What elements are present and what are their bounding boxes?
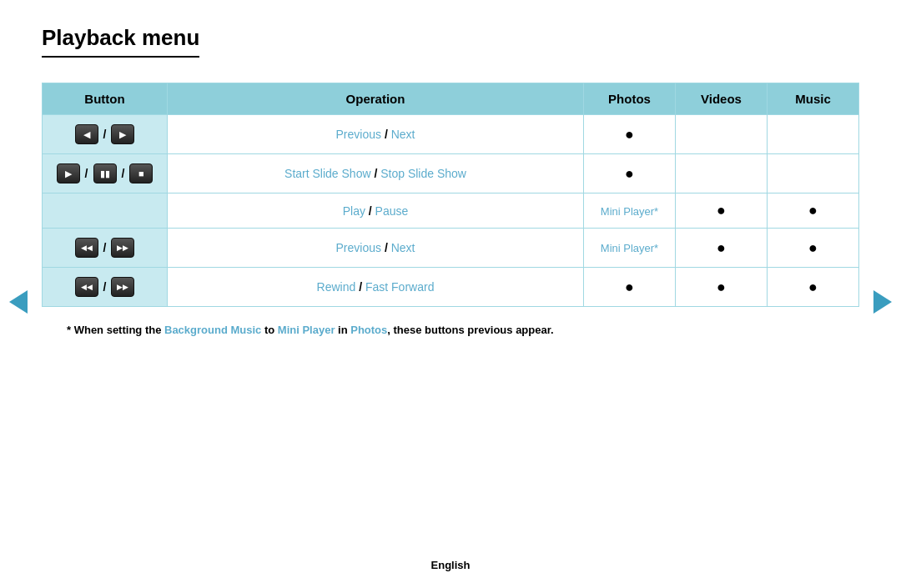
play-icon: ▶ [57,163,80,183]
stop-icon: ■ [129,163,153,183]
button-cell-4: ◀◀ / ▶▶ [43,229,168,268]
music-cell-1 [768,115,859,154]
footnote-photos: Photos [350,324,387,336]
table-row: ◀ / ▶ Previous / Next ● [43,115,859,154]
music-cell-4: ● [768,229,859,268]
videos-cell-4: ● [676,229,768,268]
col-header-videos: Videos [676,83,768,115]
table-row: ◀◀ / ▶▶ Rewind / Fast Forward ● ● ● [43,268,859,307]
footer-language: English [0,559,901,571]
op-prev2-label: Previous [336,241,381,254]
footnote-bg-music: Background Music [164,324,261,336]
operation-cell-2: Start Slide Show / Stop Slide Show [168,154,584,193]
op-prev-label: Previous [336,128,381,141]
col-header-operation: Operation [168,83,584,115]
prev-track-icon: ◀◀ [75,238,98,258]
footnote: * When setting the Background Music to M… [42,324,859,336]
language-label: English [431,559,471,571]
rewind-icon: ◀◀ [75,277,98,297]
page-content: Playback menu Button Operation Photos Vi… [0,0,901,336]
button-cell-3 [43,193,168,229]
button-cell-1: ◀ / ▶ [43,115,168,154]
op-pause-label: Pause [375,204,409,218]
op-next-label: Next [391,128,415,141]
nav-arrow-right[interactable] [871,290,894,314]
right-arrow-icon [873,290,892,314]
operation-cell-3: Play / Pause [168,193,584,229]
footnote-asterisk: * When setting the [67,324,164,336]
button-cell-5: ◀◀ / ▶▶ [43,268,168,307]
page-title: Playback menu [42,25,199,58]
nav-arrow-left[interactable] [7,290,30,314]
operation-cell-4: Previous / Next [168,229,584,268]
col-header-music: Music [768,83,859,115]
photos-cell-4: Mini Player* [584,229,676,268]
footnote-end: , these buttons previous appear. [387,324,553,336]
col-header-button: Button [43,83,168,115]
table-row: ◀◀ / ▶▶ Previous / Next Mini Player* ● ● [43,229,859,268]
photos-cell-1: ● [584,115,676,154]
next-track-icon: ▶▶ [111,238,134,258]
playback-table: Button Operation Photos Videos Music ◀ /… [42,83,859,307]
videos-cell-1 [676,115,768,154]
videos-cell-3: ● [676,193,768,229]
left-arrow-icon [9,290,28,314]
fastforward-icon: ▶▶ [111,277,134,297]
col-header-photos: Photos [584,83,676,115]
table-row: ▶ / ▮▮ / ■ Start Slide Show / Stop Slide… [43,154,859,193]
operation-cell-1: Previous / Next [168,115,584,154]
op-next2-label: Next [391,241,415,254]
footnote-mini-player: Mini Player [278,324,335,336]
videos-cell-2 [676,154,768,193]
music-cell-5: ● [768,268,859,307]
prev-icon: ◀ [75,124,98,144]
op-stop-slideshow-label: Stop Slide Show [380,167,466,180]
music-cell-2 [768,154,859,193]
photos-cell-5: ● [584,268,676,307]
footnote-in: in [335,324,350,336]
button-group-2: ▶ / ▮▮ / ■ [56,163,154,184]
button-group-4: ◀◀ / ▶▶ [74,237,136,259]
button-group-5: ◀◀ / ▶▶ [74,276,136,298]
videos-cell-5: ● [676,268,768,307]
op-fastforward-label: Fast Forward [365,280,434,294]
photos-cell-2: ● [584,154,676,193]
music-cell-3: ● [768,193,859,229]
table-row: Play / Pause Mini Player* ● ● [43,193,859,229]
next-icon: ▶ [111,124,134,144]
op-play-label: Play [343,204,365,218]
button-cell-2: ▶ / ▮▮ / ■ [43,154,168,193]
operation-cell-5: Rewind / Fast Forward [168,268,584,307]
footnote-to: to [261,324,278,336]
op-rewind-label: Rewind [317,280,356,294]
pause-icon: ▮▮ [93,163,117,183]
photos-cell-3: Mini Player* [584,193,676,229]
button-group-1: ◀ / ▶ [74,123,136,145]
op-start-slideshow-label: Start Slide Show [284,167,371,180]
